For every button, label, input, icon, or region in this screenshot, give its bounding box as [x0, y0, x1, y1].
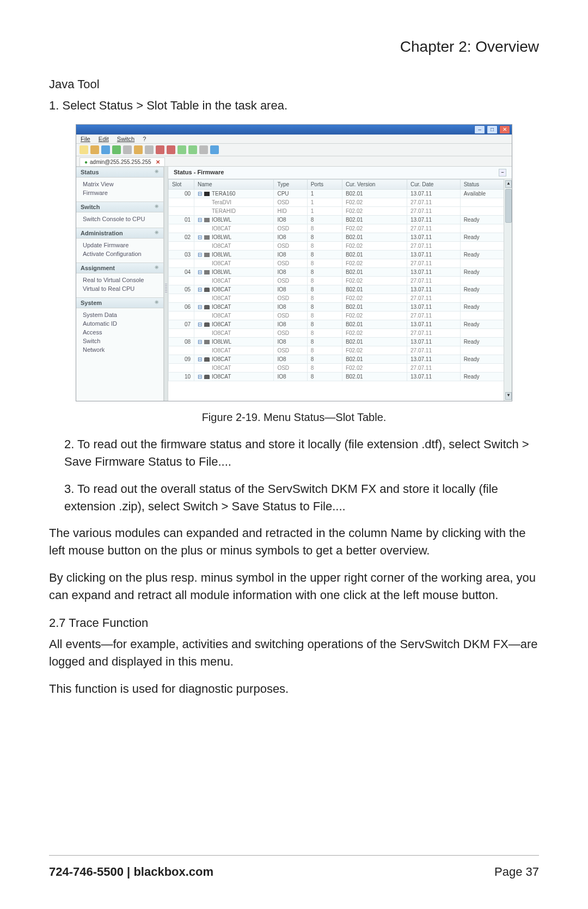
- table-row[interactable]: 03⊟IO8LWLIO88B02.0113.07.11Ready: [169, 250, 512, 259]
- table-row[interactable]: 04⊟IO8LWLIO88B02.0113.07.11Ready: [169, 267, 512, 276]
- column-slot[interactable]: Slot: [169, 179, 194, 189]
- table-row[interactable]: 00⊟TERA160CPU1B02.0113.07.11Available: [169, 189, 512, 198]
- sidebar-item-switch-console-to-cpu[interactable]: Switch Console to CPU: [76, 215, 163, 223]
- table-row[interactable]: 09⊟IO8CATIO88B02.0113.07.11Ready: [169, 355, 512, 363]
- minimize-button[interactable]: –: [474, 125, 485, 134]
- step-2: 2. To read out the firmware status and s…: [49, 436, 539, 471]
- sidebar-group-administration[interactable]: Administration✳: [76, 228, 163, 239]
- table-row[interactable]: 10⊟IO8CATIO88B02.0113.07.11Ready: [169, 372, 512, 381]
- step-1: 1. Select Status > Slot Table in the tas…: [49, 97, 539, 114]
- tree-toggle-icon[interactable]: ⊟: [198, 304, 202, 310]
- sidebar-item-firmware[interactable]: Firmware: [76, 188, 163, 197]
- sidebar-group-system[interactable]: System✳: [76, 297, 163, 308]
- column-cur-date[interactable]: Cur. Date: [407, 179, 461, 189]
- sidebar-item-virtual-to-real-cpu[interactable]: Virtual to Real CPU: [76, 284, 163, 293]
- scroll-down-icon[interactable]: ▼: [505, 392, 512, 400]
- menu-file[interactable]: File: [81, 136, 90, 142]
- toolbar-icon-3[interactable]: [112, 145, 121, 154]
- tree-toggle-icon[interactable]: ⊟: [198, 286, 202, 292]
- toolbar-icon-12[interactable]: [210, 145, 219, 154]
- table-row[interactable]: 07⊟IO8CATIO88B02.0113.07.11Ready: [169, 320, 512, 328]
- toolbar-icon-9[interactable]: [177, 145, 186, 154]
- sidebar-group-switch[interactable]: Switch✳: [76, 202, 163, 212]
- toolbar-icon-7[interactable]: [156, 145, 164, 154]
- expand-all-button[interactable]: –: [499, 169, 506, 176]
- column-cur-version[interactable]: Cur. Version: [342, 179, 407, 189]
- lock-icon: [204, 288, 210, 292]
- table-row[interactable]: 02⊟IO8LWLIO88B02.0113.07.11Ready: [169, 233, 512, 241]
- tree-toggle-icon[interactable]: ⊟: [198, 191, 202, 197]
- toolbar-icon-5[interactable]: [134, 145, 143, 154]
- toolbar-icon-2[interactable]: [101, 145, 110, 154]
- sidebar-item-real-to-virtual-console[interactable]: Real to Virtual Console: [76, 276, 163, 284]
- table-row[interactable]: 05⊟IO8CATIO88B02.0113.07.11Ready: [169, 285, 512, 294]
- lock-icon: [204, 357, 210, 362]
- menu-edit[interactable]: Edit: [99, 136, 109, 142]
- tab-close-icon[interactable]: ✕: [156, 159, 160, 165]
- toolbar-icon-8[interactable]: [167, 145, 175, 154]
- card-icon: [204, 218, 210, 222]
- tree-toggle-icon[interactable]: ⊟: [198, 252, 202, 258]
- sidebar-item-automatic-id[interactable]: Automatic ID: [76, 319, 163, 328]
- table-row[interactable]: IO8CATOSD8F02.0227.07.11: [169, 224, 512, 233]
- sidebar-group-assignment[interactable]: Assignment✳: [76, 263, 163, 273]
- sidebar-item-system-data[interactable]: System Data: [76, 310, 163, 319]
- toolbar: [76, 144, 512, 156]
- table-row[interactable]: IO8CATOSD8F02.0227.07.11: [169, 328, 512, 337]
- toolbar-icon-4[interactable]: [123, 145, 132, 154]
- connection-tab[interactable]: ● admin@255.255.255.255 ✕: [79, 157, 165, 166]
- tree-toggle-icon[interactable]: ⊟: [198, 321, 202, 327]
- sidebar-item-switch[interactable]: Switch: [76, 337, 163, 345]
- sidebar-item-access[interactable]: Access: [76, 328, 163, 337]
- splitter[interactable]: [164, 167, 168, 401]
- tabstrip: ● admin@255.255.255.255 ✕: [76, 156, 512, 167]
- table-row[interactable]: 06⊟IO8CATIO88B02.0113.07.11Ready: [169, 302, 512, 311]
- tree-toggle-icon[interactable]: ⊟: [198, 234, 202, 240]
- tree-toggle-icon[interactable]: ⊟: [198, 339, 202, 345]
- table-row[interactable]: IO8CATOSD8F02.0227.07.11: [169, 311, 512, 320]
- pane-title-text: Status - Firmware: [174, 169, 224, 176]
- table-row[interactable]: 01⊟IO8LWLIO88B02.0113.07.11Ready: [169, 215, 512, 224]
- table-row[interactable]: TeraDVIOSD1F02.0227.07.11: [169, 198, 512, 206]
- table-row[interactable]: TERAHIDHID1F02.0227.07.11: [169, 206, 512, 215]
- toolbar-icon-6[interactable]: [145, 145, 154, 154]
- column-ports[interactable]: Ports: [307, 179, 342, 189]
- sidebar-item-network[interactable]: Network: [76, 345, 163, 354]
- table-row[interactable]: IO8CATOSD8F02.0227.07.11: [169, 259, 512, 267]
- sidebar-item-activate-configuration[interactable]: Activate Configuration: [76, 249, 163, 258]
- menu-switch[interactable]: Switch: [117, 136, 134, 142]
- lock-icon: [204, 375, 210, 379]
- scroll-up-icon[interactable]: ▲: [505, 180, 512, 188]
- toolbar-icon-0[interactable]: [79, 145, 88, 154]
- close-button[interactable]: ✕: [499, 125, 510, 134]
- paragraph-1: The various modules can expanded and ret…: [49, 524, 539, 559]
- sidebar-group-status[interactable]: Status✳: [76, 167, 163, 178]
- tree-toggle-icon[interactable]: ⊟: [198, 356, 202, 362]
- sidebar-item-update-firmware[interactable]: Update Firmware: [76, 241, 163, 249]
- toolbar-icon-1[interactable]: [90, 145, 99, 154]
- table-row[interactable]: IO8CATOSD8F02.0227.07.11: [169, 363, 512, 372]
- footer-page-number: Page 37: [494, 865, 539, 879]
- column-name[interactable]: Name: [194, 179, 274, 189]
- table-row[interactable]: 08⊟IO8LWLIO88B02.0113.07.11Ready: [169, 337, 512, 346]
- sidebar-item-matrix-view[interactable]: Matrix View: [76, 180, 163, 188]
- table-row[interactable]: IO8CATOSD8F02.0227.07.11: [169, 294, 512, 302]
- tree-toggle-icon[interactable]: ⊟: [198, 217, 202, 223]
- table-row[interactable]: IO8CATOSD8F02.0227.07.11: [169, 346, 512, 355]
- table-row[interactable]: IO8CATOSD8F02.0227.07.11: [169, 241, 512, 250]
- trace-function-heading: 2.7 Trace Function: [49, 616, 539, 630]
- tree-toggle-icon[interactable]: ⊟: [198, 374, 202, 380]
- scroll-thumb[interactable]: [505, 189, 512, 223]
- tree-toggle-icon[interactable]: ⊟: [198, 269, 202, 275]
- toolbar-icon-10[interactable]: [188, 145, 197, 154]
- toolbar-icon-11[interactable]: [199, 145, 208, 154]
- vertical-scrollbar[interactable]: ▲ ▼: [504, 179, 512, 401]
- chevron-icon: ✳: [155, 230, 159, 236]
- trace-paragraph-2: This function is used for diagnostic pur…: [49, 680, 539, 698]
- column-type[interactable]: Type: [274, 179, 307, 189]
- figure-caption: Figure 2-19. Menu Status—Slot Table.: [49, 411, 539, 424]
- menu-help[interactable]: ?: [143, 136, 146, 142]
- maximize-button[interactable]: □: [487, 125, 498, 134]
- step-3: 3. To read out the overall status of the…: [49, 480, 539, 515]
- table-row[interactable]: IO8CATOSD8F02.0227.07.11: [169, 276, 512, 285]
